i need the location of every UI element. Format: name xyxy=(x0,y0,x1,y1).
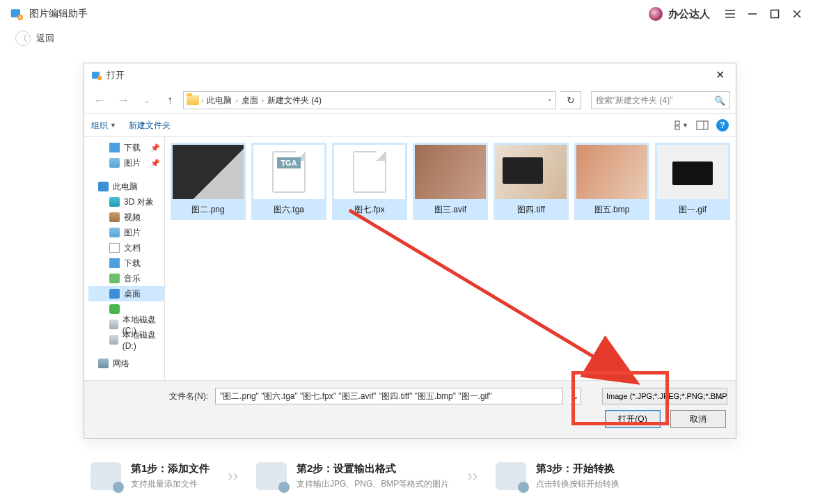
pc-icon xyxy=(98,182,109,191)
filename-dropdown-icon[interactable]: ⌄ xyxy=(570,388,581,404)
step-add-icon xyxy=(90,462,121,490)
download-icon xyxy=(109,143,120,152)
file-label: 图一.gif xyxy=(679,201,707,220)
tree-this-pc[interactable]: 此电脑 xyxy=(88,179,164,194)
step3-title: 第3步：开始转换 xyxy=(536,462,619,475)
dialog-toolbar: 组织▼ 新建文件夹 ▼ ? xyxy=(84,113,736,137)
preview-pane-icon[interactable] xyxy=(695,119,709,132)
file-thumb[interactable]: 图七.fpx xyxy=(332,143,407,220)
dialog-bottom: 文件名(N): ⌄ Image (*.JPG;*.JPEG;*.PNG;*.BM… xyxy=(84,380,736,438)
file-thumb[interactable]: 图一.gif xyxy=(655,143,730,220)
file-preview xyxy=(657,145,728,199)
svg-line-11 xyxy=(349,210,631,379)
step-3[interactable]: 第3步：开始转换 点击转换按钮开始转换 xyxy=(496,462,619,490)
cancel-button[interactable]: 取消 xyxy=(670,410,726,428)
path-dropdown-icon[interactable]: ⌄ xyxy=(546,94,553,103)
file-thumb[interactable]: 图三.avif xyxy=(413,143,488,220)
folder-icon xyxy=(187,95,199,105)
nav-row: ← → ⌄ ↑ › 此电脑 › 桌面 › 新建文件夹 (4) ⌄ ↻ 搜索"新建… xyxy=(84,87,736,113)
tree-desktop[interactable]: 桌面 xyxy=(88,286,164,301)
refresh-icon[interactable]: ↻ xyxy=(560,91,581,109)
tree-docs[interactable]: 文档 xyxy=(88,240,164,255)
step-convert-icon xyxy=(496,462,526,490)
disk-icon xyxy=(109,320,118,329)
back-row: 〈 返回 xyxy=(0,28,813,49)
pin-icon: 📌 xyxy=(150,159,160,168)
step-1[interactable]: 第1步：添加文件 支持批量添加文件 xyxy=(90,462,210,490)
menu-icon[interactable] xyxy=(724,8,736,20)
filetype-select[interactable]: Image (*.JPG;*.JPEG;*.PNG;*.BMP;*.GIF)⌄ xyxy=(602,388,727,404)
open-button[interactable]: 打开(O) xyxy=(605,410,661,428)
file-preview xyxy=(496,145,567,199)
step3-sub: 点击转换按钮开始转换 xyxy=(536,478,619,490)
document-icon xyxy=(109,243,120,253)
step-sep-icon: ›› xyxy=(228,467,238,485)
tree-downloads[interactable]: 下载📌 xyxy=(88,140,164,155)
steps-row: 第1步：添加文件 支持批量添加文件 ›› 第2步：设置输出格式 支持输出JPG、… xyxy=(90,462,799,490)
tree-network[interactable]: 网络 xyxy=(88,356,164,371)
search-icon: 🔍 xyxy=(714,95,725,106)
annotation-arrow xyxy=(346,207,645,388)
pictures-icon xyxy=(109,228,120,237)
file-preview xyxy=(173,145,244,199)
maximize-icon[interactable] xyxy=(768,8,781,20)
file-label: 图五.bmp xyxy=(594,201,630,220)
file-thumb[interactable]: 图五.bmp xyxy=(574,143,649,220)
step-sep-icon: ›› xyxy=(467,467,477,485)
crumb-folder[interactable]: 新建文件夹 (4) xyxy=(266,95,323,107)
tree-3d[interactable]: 3D 对象 xyxy=(88,194,164,210)
close-icon[interactable] xyxy=(791,8,803,20)
tree-pictures[interactable]: 图片📌 xyxy=(88,155,164,171)
file-preview xyxy=(415,145,486,199)
tree-video[interactable]: 视频 xyxy=(88,210,164,225)
window-controls xyxy=(724,8,803,20)
organize-menu[interactable]: 组织▼ xyxy=(91,120,116,132)
nav-forward-icon[interactable]: → xyxy=(113,90,133,110)
file-thumb[interactable]: TGA图六.tga xyxy=(251,143,326,220)
back-button[interactable]: 〈 xyxy=(15,31,31,46)
tree-pics2[interactable]: 图片 xyxy=(88,225,164,240)
path-box[interactable]: › 此电脑 › 桌面 › 新建文件夹 (4) ⌄ xyxy=(183,91,556,109)
minimize-icon[interactable] xyxy=(746,8,759,20)
file-label: 图七.fpx xyxy=(354,201,384,220)
user-name: 办公达人 xyxy=(668,8,710,21)
filename-label: 文件名(N): xyxy=(169,391,208,402)
dialog-close-icon[interactable]: ✕ xyxy=(711,66,729,84)
app-icon xyxy=(10,7,24,21)
search-input[interactable]: 搜索"新建文件夹 (4)" 🔍 xyxy=(591,91,730,109)
step-2[interactable]: 第2步：设置输出格式 支持输出JPG、PNG、BMP等格式的图片 xyxy=(256,462,449,490)
filename-input[interactable] xyxy=(215,388,563,404)
file-preview xyxy=(334,145,405,199)
svg-rect-9 xyxy=(697,121,708,129)
cube-icon xyxy=(109,197,120,207)
desktop-icon xyxy=(109,289,120,299)
nav-up-icon[interactable]: ↑ xyxy=(161,91,179,109)
network-icon xyxy=(98,359,109,368)
app-title: 图片编辑助手 xyxy=(29,8,88,20)
step2-sub: 支持输出JPG、PNG、BMP等格式的图片 xyxy=(297,478,449,490)
dialog-title: 打开 xyxy=(106,69,125,81)
crumb-desktop[interactable]: 桌面 xyxy=(240,95,260,107)
crumb-pc[interactable]: 此电脑 xyxy=(205,95,233,107)
tree-disk-d[interactable]: 本地磁盘 (D:) xyxy=(88,332,164,347)
nav-recent-icon[interactable]: ⌄ xyxy=(137,90,157,110)
svg-point-4 xyxy=(97,75,102,79)
file-thumb[interactable]: 图二.png xyxy=(171,143,246,220)
help-icon[interactable]: ? xyxy=(716,119,729,132)
nav-back-icon[interactable]: ← xyxy=(90,90,109,110)
search-placeholder: 搜索"新建文件夹 (4)" xyxy=(596,95,673,107)
tree-down2[interactable]: 下载 xyxy=(88,255,164,271)
new-folder-button[interactable]: 新建文件夹 xyxy=(129,120,171,132)
avatar[interactable] xyxy=(649,7,663,21)
svg-rect-7 xyxy=(675,126,679,129)
pin-icon: 📌 xyxy=(150,143,160,152)
back-label: 返回 xyxy=(36,32,54,45)
file-preview xyxy=(576,145,647,199)
file-label: 图六.tga xyxy=(274,201,304,220)
file-list: 图二.pngTGA图六.tga图七.fpx图三.avif图四.tiff图五.bm… xyxy=(165,137,736,380)
file-thumb[interactable]: 图四.tiff xyxy=(494,143,569,220)
view-mode-icon[interactable]: ▼ xyxy=(674,119,688,132)
download-icon xyxy=(109,258,120,268)
file-open-dialog: 打开 ✕ ← → ⌄ ↑ › 此电脑 › 桌面 › 新建文件夹 (4) ⌄ ↻ … xyxy=(84,63,736,439)
tree-music[interactable]: 音乐 xyxy=(88,271,164,286)
